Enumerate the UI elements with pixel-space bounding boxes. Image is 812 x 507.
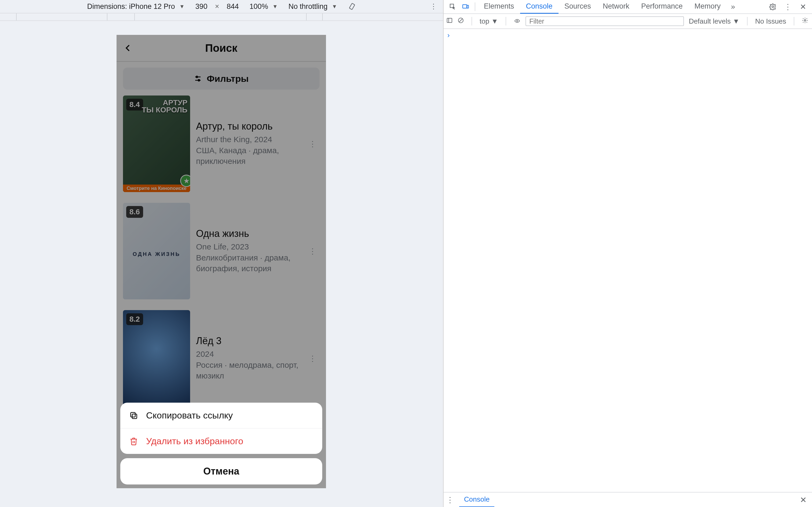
chevron-down-icon: ▼ (272, 3, 277, 10)
chevron-down-icon: ▼ (491, 17, 498, 25)
devtools-panel: Elements Console Sources Network Perform… (443, 0, 812, 507)
levels-label: Default levels (689, 17, 731, 25)
clear-console-button[interactable] (458, 17, 464, 25)
more-tabs-button[interactable]: » (727, 0, 740, 13)
svg-rect-15 (132, 414, 137, 418)
dots-vertical-icon: ⋮ (784, 2, 792, 11)
devtools-drawer: ⋮ Console ✕ (444, 492, 812, 507)
chevron-down-icon: ▼ (332, 3, 337, 10)
chevron-down-icon: ▼ (732, 17, 740, 25)
trash-icon (129, 437, 139, 446)
copy-link-button[interactable]: Скопировать ссылку (120, 403, 322, 428)
zoom-dropdown[interactable]: 100% ▼ (249, 2, 277, 11)
live-expression-button[interactable] (514, 17, 521, 25)
action-sheet-group: Скопировать ссылку Удалить из избранного (120, 403, 322, 454)
emulated-device-screen: Поиск Фильтры 8.4 АРТУР ТЫ КОРОЛЬ Смотри… (116, 35, 326, 488)
chevrons-right-icon: » (731, 2, 735, 11)
divider (747, 17, 748, 25)
console-settings-button[interactable] (802, 17, 808, 25)
close-devtools-button[interactable]: ✕ (797, 0, 809, 13)
divider (506, 17, 506, 25)
copy-icon (129, 411, 139, 420)
console-prompt-icon: › (447, 31, 450, 39)
svg-rect-2 (463, 5, 467, 8)
throttling-dropdown[interactable]: No throttling ▼ (288, 2, 337, 11)
toggle-device-toolbar-button[interactable] (459, 0, 472, 13)
svg-rect-3 (467, 5, 468, 8)
svg-rect-16 (131, 412, 135, 417)
svg-point-10 (804, 19, 806, 21)
rotate-device-button[interactable] (348, 2, 356, 10)
toggle-sidebar-button[interactable] (446, 17, 453, 25)
svg-point-4 (772, 6, 774, 8)
svg-line-8 (459, 19, 462, 22)
drawer-tab-console[interactable]: Console (459, 492, 494, 507)
zoom-level: 100% (249, 2, 268, 11)
tab-network[interactable]: Network (597, 0, 635, 14)
remove-from-favorites-button[interactable]: Удалить из избранного (120, 428, 322, 454)
tab-elements[interactable]: Elements (478, 0, 520, 14)
device-size-inputs: 390 × 844 (195, 2, 239, 11)
devtools-tab-bar: Elements Console Sources Network Perform… (444, 0, 812, 14)
close-drawer-button[interactable]: ✕ (800, 495, 807, 505)
settings-button[interactable] (766, 0, 779, 13)
chevron-down-icon: ▼ (180, 3, 185, 10)
context-label: top (479, 17, 489, 25)
dots-vertical-icon: ⋮ (446, 496, 454, 504)
drawer-more-button[interactable]: ⋮ (446, 496, 454, 504)
console-context-dropdown[interactable]: top ▼ (479, 17, 498, 25)
divider (794, 17, 794, 25)
remove-label: Удалить из избранного (146, 436, 243, 446)
times-icon: × (215, 2, 219, 11)
device-dimensions-dropdown[interactable]: Dimensions: iPhone 12 Pro ▼ (87, 2, 185, 11)
dots-vertical-icon: ⋮ (430, 2, 437, 11)
console-output-area[interactable]: › (444, 29, 812, 492)
issues-label[interactable]: No Issues (755, 17, 786, 25)
close-icon: ✕ (800, 2, 806, 11)
divider (475, 2, 475, 11)
inspect-element-button[interactable] (446, 0, 459, 13)
svg-point-9 (517, 20, 518, 21)
console-toolbar: top ▼ Default levels ▼ No Issues (444, 14, 812, 29)
svg-rect-5 (447, 18, 452, 22)
tab-memory[interactable]: Memory (689, 0, 727, 14)
tab-sources[interactable]: Sources (559, 0, 597, 14)
copy-link-label: Скопировать ссылку (146, 410, 233, 420)
divider (471, 17, 472, 25)
viewport-width[interactable]: 390 (195, 2, 207, 11)
log-levels-dropdown[interactable]: Default levels ▼ (689, 17, 740, 25)
cancel-label: Отмена (203, 466, 239, 477)
action-sheet: Скопировать ссылку Удалить из избранного… (120, 403, 322, 485)
tab-console[interactable]: Console (520, 0, 559, 14)
viewport-height[interactable]: 844 (226, 2, 239, 11)
console-filter-input[interactable] (525, 16, 684, 26)
svg-rect-0 (349, 3, 355, 10)
device-toolbar-more-button[interactable]: ⋮ (429, 2, 438, 11)
device-rulers (0, 13, 443, 21)
devtools-more-button[interactable]: ⋮ (781, 0, 794, 13)
cancel-button[interactable]: Отмена (120, 458, 322, 485)
device-toolbar: Dimensions: iPhone 12 Pro ▼ 390 × 844 10… (0, 0, 443, 13)
throttling-label: No throttling (288, 2, 327, 11)
tab-performance[interactable]: Performance (635, 0, 689, 14)
dimensions-label: Dimensions: iPhone 12 Pro (87, 2, 175, 11)
